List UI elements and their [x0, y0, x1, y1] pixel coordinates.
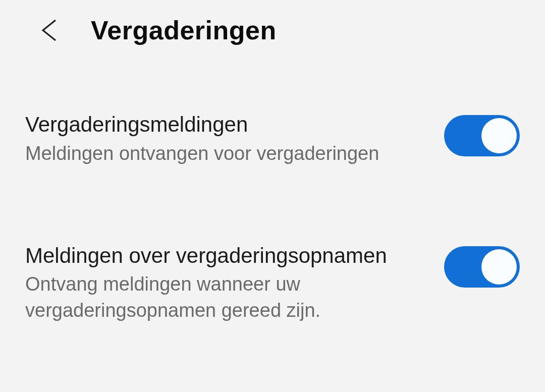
- setting-row-meeting-notifications: Vergaderingsmeldingen Meldingen ontvange…: [25, 111, 520, 166]
- toggle-thumb: [481, 249, 517, 285]
- setting-title: Meldingen over vergaderingsopnamen: [25, 242, 424, 270]
- setting-text: Meldingen over vergaderingsopnamen Ontva…: [25, 242, 424, 323]
- setting-description: Ontvang meldingen wanneer uw vergadering…: [25, 271, 424, 323]
- setting-description: Meldingen ontvangen voor vergaderingen: [25, 141, 424, 166]
- toggle-thumb: [481, 118, 517, 153]
- toggle-meeting-notifications[interactable]: [444, 115, 520, 156]
- setting-title: Vergaderingsmeldingen: [25, 111, 424, 139]
- back-button[interactable]: [35, 15, 66, 45]
- setting-text: Vergaderingsmeldingen Meldingen ontvange…: [25, 111, 424, 166]
- settings-list: Vergaderingsmeldingen Meldingen ontvange…: [0, 61, 545, 323]
- header: Vergaderingen: [0, 0, 545, 61]
- back-arrow-icon: [38, 18, 63, 43]
- page-title: Vergaderingen: [91, 15, 277, 45]
- toggle-recording-notifications[interactable]: [444, 246, 520, 288]
- setting-row-recording-notifications: Meldingen over vergaderingsopnamen Ontva…: [25, 242, 520, 323]
